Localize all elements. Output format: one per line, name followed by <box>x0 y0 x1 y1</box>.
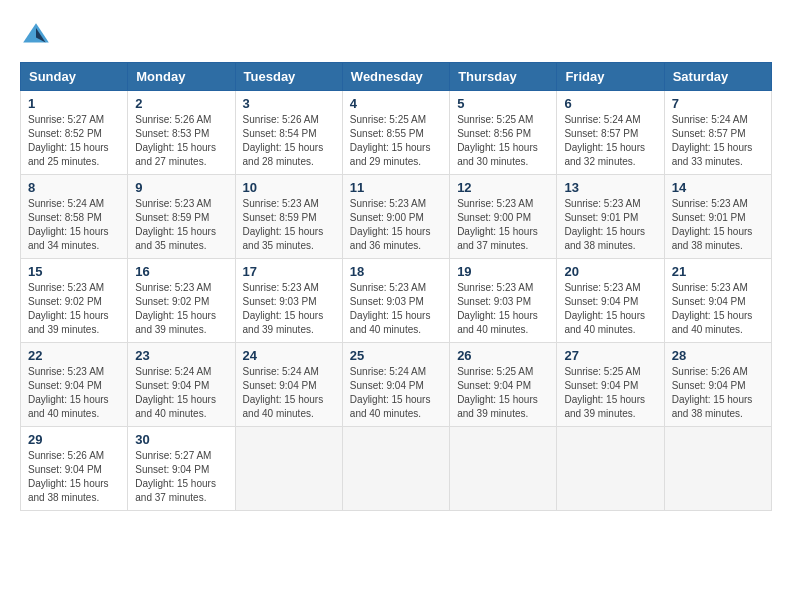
calendar-cell <box>450 427 557 511</box>
calendar-cell: 8Sunrise: 5:24 AMSunset: 8:58 PMDaylight… <box>21 175 128 259</box>
calendar-cell: 23Sunrise: 5:24 AMSunset: 9:04 PMDayligh… <box>128 343 235 427</box>
calendar-cell: 16Sunrise: 5:23 AMSunset: 9:02 PMDayligh… <box>128 259 235 343</box>
calendar-header-row: SundayMondayTuesdayWednesdayThursdayFrid… <box>21 63 772 91</box>
calendar-week-row: 29Sunrise: 5:26 AMSunset: 9:04 PMDayligh… <box>21 427 772 511</box>
day-number: 12 <box>457 180 549 195</box>
calendar-cell <box>342 427 449 511</box>
calendar-cell <box>557 427 664 511</box>
calendar-week-row: 15Sunrise: 5:23 AMSunset: 9:02 PMDayligh… <box>21 259 772 343</box>
logo-icon <box>20 20 52 52</box>
day-number: 24 <box>243 348 335 363</box>
day-info: Sunrise: 5:24 AMSunset: 9:04 PMDaylight:… <box>243 365 335 421</box>
day-number: 27 <box>564 348 656 363</box>
calendar-week-row: 22Sunrise: 5:23 AMSunset: 9:04 PMDayligh… <box>21 343 772 427</box>
day-info: Sunrise: 5:25 AMSunset: 8:56 PMDaylight:… <box>457 113 549 169</box>
day-info: Sunrise: 5:23 AMSunset: 9:03 PMDaylight:… <box>457 281 549 337</box>
calendar-week-row: 8Sunrise: 5:24 AMSunset: 8:58 PMDaylight… <box>21 175 772 259</box>
calendar-cell: 9Sunrise: 5:23 AMSunset: 8:59 PMDaylight… <box>128 175 235 259</box>
day-info: Sunrise: 5:23 AMSunset: 9:01 PMDaylight:… <box>672 197 764 253</box>
day-number: 14 <box>672 180 764 195</box>
day-info: Sunrise: 5:25 AMSunset: 8:55 PMDaylight:… <box>350 113 442 169</box>
day-info: Sunrise: 5:23 AMSunset: 9:00 PMDaylight:… <box>457 197 549 253</box>
calendar-cell: 13Sunrise: 5:23 AMSunset: 9:01 PMDayligh… <box>557 175 664 259</box>
calendar-table: SundayMondayTuesdayWednesdayThursdayFrid… <box>20 62 772 511</box>
day-number: 2 <box>135 96 227 111</box>
calendar-cell: 1Sunrise: 5:27 AMSunset: 8:52 PMDaylight… <box>21 91 128 175</box>
day-number: 13 <box>564 180 656 195</box>
calendar-week-row: 1Sunrise: 5:27 AMSunset: 8:52 PMDaylight… <box>21 91 772 175</box>
calendar-cell: 21Sunrise: 5:23 AMSunset: 9:04 PMDayligh… <box>664 259 771 343</box>
calendar-header-thursday: Thursday <box>450 63 557 91</box>
day-info: Sunrise: 5:26 AMSunset: 8:53 PMDaylight:… <box>135 113 227 169</box>
day-number: 9 <box>135 180 227 195</box>
calendar-cell: 7Sunrise: 5:24 AMSunset: 8:57 PMDaylight… <box>664 91 771 175</box>
day-info: Sunrise: 5:23 AMSunset: 9:02 PMDaylight:… <box>28 281 120 337</box>
day-info: Sunrise: 5:26 AMSunset: 9:04 PMDaylight:… <box>28 449 120 505</box>
calendar-cell: 12Sunrise: 5:23 AMSunset: 9:00 PMDayligh… <box>450 175 557 259</box>
calendar-cell: 25Sunrise: 5:24 AMSunset: 9:04 PMDayligh… <box>342 343 449 427</box>
calendar-cell: 11Sunrise: 5:23 AMSunset: 9:00 PMDayligh… <box>342 175 449 259</box>
day-number: 3 <box>243 96 335 111</box>
calendar-header-sunday: Sunday <box>21 63 128 91</box>
day-number: 28 <box>672 348 764 363</box>
day-number: 1 <box>28 96 120 111</box>
day-info: Sunrise: 5:24 AMSunset: 8:57 PMDaylight:… <box>672 113 764 169</box>
day-number: 15 <box>28 264 120 279</box>
day-number: 16 <box>135 264 227 279</box>
calendar-cell: 29Sunrise: 5:26 AMSunset: 9:04 PMDayligh… <box>21 427 128 511</box>
day-info: Sunrise: 5:27 AMSunset: 8:52 PMDaylight:… <box>28 113 120 169</box>
day-info: Sunrise: 5:24 AMSunset: 9:04 PMDaylight:… <box>350 365 442 421</box>
day-number: 5 <box>457 96 549 111</box>
page-header <box>20 20 772 52</box>
day-info: Sunrise: 5:25 AMSunset: 9:04 PMDaylight:… <box>457 365 549 421</box>
calendar-cell: 28Sunrise: 5:26 AMSunset: 9:04 PMDayligh… <box>664 343 771 427</box>
calendar-header-saturday: Saturday <box>664 63 771 91</box>
calendar-cell: 5Sunrise: 5:25 AMSunset: 8:56 PMDaylight… <box>450 91 557 175</box>
day-info: Sunrise: 5:23 AMSunset: 9:00 PMDaylight:… <box>350 197 442 253</box>
calendar-cell <box>664 427 771 511</box>
calendar-cell: 20Sunrise: 5:23 AMSunset: 9:04 PMDayligh… <box>557 259 664 343</box>
day-number: 21 <box>672 264 764 279</box>
day-info: Sunrise: 5:27 AMSunset: 9:04 PMDaylight:… <box>135 449 227 505</box>
day-number: 23 <box>135 348 227 363</box>
calendar-cell: 14Sunrise: 5:23 AMSunset: 9:01 PMDayligh… <box>664 175 771 259</box>
calendar-header-monday: Monday <box>128 63 235 91</box>
calendar-cell: 22Sunrise: 5:23 AMSunset: 9:04 PMDayligh… <box>21 343 128 427</box>
calendar-body: 1Sunrise: 5:27 AMSunset: 8:52 PMDaylight… <box>21 91 772 511</box>
calendar-cell: 19Sunrise: 5:23 AMSunset: 9:03 PMDayligh… <box>450 259 557 343</box>
calendar-cell: 30Sunrise: 5:27 AMSunset: 9:04 PMDayligh… <box>128 427 235 511</box>
day-info: Sunrise: 5:23 AMSunset: 9:01 PMDaylight:… <box>564 197 656 253</box>
day-number: 8 <box>28 180 120 195</box>
day-info: Sunrise: 5:23 AMSunset: 9:02 PMDaylight:… <box>135 281 227 337</box>
day-number: 29 <box>28 432 120 447</box>
day-info: Sunrise: 5:23 AMSunset: 8:59 PMDaylight:… <box>243 197 335 253</box>
calendar-cell: 26Sunrise: 5:25 AMSunset: 9:04 PMDayligh… <box>450 343 557 427</box>
day-number: 11 <box>350 180 442 195</box>
day-info: Sunrise: 5:25 AMSunset: 9:04 PMDaylight:… <box>564 365 656 421</box>
calendar-cell: 4Sunrise: 5:25 AMSunset: 8:55 PMDaylight… <box>342 91 449 175</box>
day-number: 6 <box>564 96 656 111</box>
calendar-header-friday: Friday <box>557 63 664 91</box>
calendar-cell: 10Sunrise: 5:23 AMSunset: 8:59 PMDayligh… <box>235 175 342 259</box>
day-info: Sunrise: 5:26 AMSunset: 8:54 PMDaylight:… <box>243 113 335 169</box>
day-info: Sunrise: 5:23 AMSunset: 9:04 PMDaylight:… <box>672 281 764 337</box>
calendar-cell: 6Sunrise: 5:24 AMSunset: 8:57 PMDaylight… <box>557 91 664 175</box>
calendar-cell: 24Sunrise: 5:24 AMSunset: 9:04 PMDayligh… <box>235 343 342 427</box>
day-info: Sunrise: 5:26 AMSunset: 9:04 PMDaylight:… <box>672 365 764 421</box>
day-number: 30 <box>135 432 227 447</box>
day-number: 25 <box>350 348 442 363</box>
day-number: 10 <box>243 180 335 195</box>
day-info: Sunrise: 5:24 AMSunset: 8:57 PMDaylight:… <box>564 113 656 169</box>
day-number: 19 <box>457 264 549 279</box>
day-info: Sunrise: 5:24 AMSunset: 8:58 PMDaylight:… <box>28 197 120 253</box>
day-number: 18 <box>350 264 442 279</box>
calendar-cell: 27Sunrise: 5:25 AMSunset: 9:04 PMDayligh… <box>557 343 664 427</box>
day-number: 17 <box>243 264 335 279</box>
day-number: 7 <box>672 96 764 111</box>
calendar-header-wednesday: Wednesday <box>342 63 449 91</box>
day-number: 4 <box>350 96 442 111</box>
logo <box>20 20 58 52</box>
day-number: 20 <box>564 264 656 279</box>
calendar-header-tuesday: Tuesday <box>235 63 342 91</box>
day-info: Sunrise: 5:24 AMSunset: 9:04 PMDaylight:… <box>135 365 227 421</box>
